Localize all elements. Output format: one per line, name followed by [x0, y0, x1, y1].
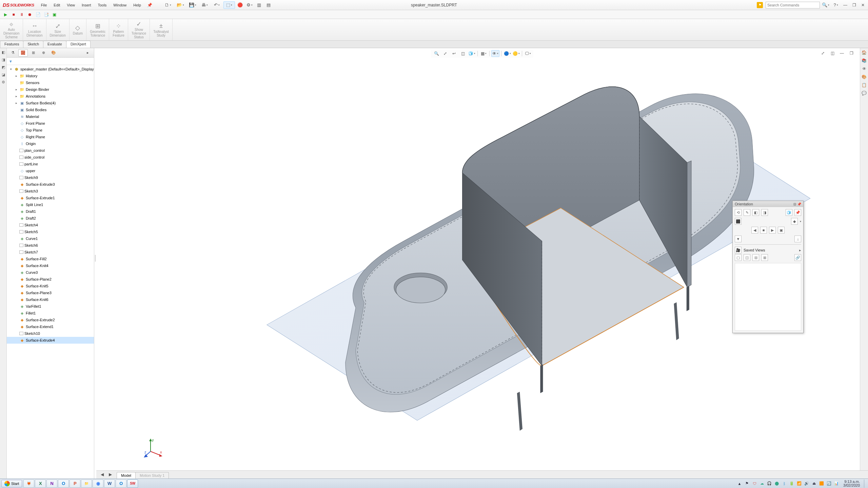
tree-node-split-line1[interactable]: ◈Split Line1: [7, 201, 94, 208]
search-scope-button[interactable]: 🔍: [821, 1, 830, 9]
tree-tab-appearance[interactable]: 🎨: [49, 49, 58, 57]
tree-node-sketch6[interactable]: Sketch6: [7, 242, 94, 249]
orientation-panel[interactable]: Orientation ⊟ 📌 ⟲ ✎ ◧ ◨ 🧊 📌 ⬛ ◆ ▾: [732, 201, 804, 333]
view-settings-button[interactable]: 🖵: [524, 50, 532, 57]
menu-view[interactable]: View: [63, 2, 78, 8]
taskbar-clock[interactable]: 9:13 a.m. 3/02/2020: [841, 480, 862, 487]
orient-top[interactable]: ⬛: [735, 218, 742, 225]
rside-home-icon[interactable]: 🏠: [861, 50, 867, 56]
tray-up-icon[interactable]: ▲: [737, 481, 742, 486]
orient-btn-4[interactable]: ◨: [761, 209, 768, 216]
macro-record-icon[interactable]: ⏺: [27, 12, 33, 17]
orient-btn-2[interactable]: ✎: [744, 209, 750, 216]
tree-node-origin[interactable]: ⟟Origin: [7, 140, 94, 147]
rebuild-button[interactable]: 🔴: [236, 1, 244, 9]
orient-btn-3[interactable]: ◧: [752, 209, 759, 216]
tree-node-surface-extrude1[interactable]: ◆Surface-Extrude1: [7, 195, 94, 201]
orient-bottom[interactable]: ▼: [735, 236, 742, 242]
tray-battery-icon[interactable]: 🔋: [789, 481, 794, 486]
tree-node-right-plane[interactable]: ◇Right Plane: [7, 134, 94, 140]
tree-node-surface-extrude3[interactable]: ◆Surface-Extrude3: [7, 181, 94, 188]
search-input[interactable]: [767, 3, 818, 7]
tree-node-surface-knit6[interactable]: ◆Surface-Knit6: [7, 296, 94, 303]
expand-icon[interactable]: ▾: [9, 67, 13, 71]
tree-node-solid-bodies[interactable]: ▣Solid Bodies: [7, 106, 94, 113]
tree-node-sensors[interactable]: 📁Sensors: [7, 79, 94, 86]
tree-tab-more[interactable]: ▸: [83, 49, 93, 57]
vtool-4[interactable]: ◪: [1, 73, 6, 78]
orient-btn-6[interactable]: 📌: [794, 209, 801, 216]
taskbar-app-firefox[interactable]: 🦊: [23, 480, 34, 488]
tree-tab-display[interactable]: ⊕: [39, 49, 48, 57]
doc-min-button[interactable]: —: [838, 50, 846, 56]
orient-left[interactable]: ◀: [751, 227, 758, 233]
rside-lib-icon[interactable]: 📚: [861, 58, 867, 64]
saved-views-expand-icon[interactable]: ▸: [799, 248, 801, 252]
doc-expand-icon[interactable]: ⤢: [819, 50, 827, 56]
tray-headset-icon[interactable]: 🎧: [767, 481, 772, 486]
taskbar-app-outlook2[interactable]: O: [116, 480, 126, 488]
doc-new-window-icon[interactable]: ◫: [829, 50, 836, 56]
menu-insert[interactable]: Insert: [78, 2, 95, 8]
tree-node-sketch7[interactable]: Sketch7: [7, 249, 94, 256]
orient-normal[interactable]: ⟂: [794, 236, 801, 242]
select-button[interactable]: ⬚: [223, 1, 235, 9]
bottom-tab-model[interactable]: Model: [117, 472, 136, 479]
tray-flag-icon[interactable]: ⚑: [744, 481, 750, 486]
taskbar-app-solidworks[interactable]: SW: [127, 480, 138, 488]
tree-node-history[interactable]: ▸📁History: [7, 73, 94, 79]
vtool-5[interactable]: ⚙: [1, 80, 6, 85]
bottom-tab-motion[interactable]: Motion Study 1: [135, 472, 169, 479]
vtool-3[interactable]: ◩: [1, 65, 6, 70]
options-button[interactable]: ⚙: [245, 1, 254, 9]
taskbar-app-outlook[interactable]: O: [58, 480, 69, 488]
ribbon-loc-dim[interactable]: ↔LocationDimension: [23, 19, 46, 40]
close-button[interactable]: ✕: [859, 2, 867, 8]
orient-iso[interactable]: ◆: [791, 218, 798, 225]
layout2-button[interactable]: ▤: [264, 1, 273, 9]
expand-icon[interactable]: ▸: [14, 88, 18, 91]
taskbar-app-powerpoint[interactable]: P: [70, 480, 80, 488]
rside-view-icon[interactable]: 👁: [861, 66, 867, 73]
taskbar-app-explorer[interactable]: 📁: [81, 480, 92, 488]
tree-root[interactable]: ▾ ⬢ speaker_master (Default<<Default>_Di…: [7, 66, 94, 73]
tree-node-fillet1[interactable]: ◈Fillet1: [7, 310, 94, 317]
saved-views-list[interactable]: [735, 263, 801, 331]
btab-next[interactable]: ▶: [106, 471, 114, 477]
macro-edit-icon[interactable]: 📄: [35, 12, 41, 17]
tree-node-sketch3[interactable]: Sketch3: [7, 188, 94, 195]
zoom-fit-button[interactable]: 🔍: [432, 50, 440, 57]
tab-features[interactable]: Features: [0, 41, 23, 48]
tree-node-surface-knit4[interactable]: ◆Surface-Knit4: [7, 262, 94, 269]
tree-node-annotations[interactable]: ▸📁Annotations: [7, 93, 94, 100]
tree-node-surface-extrude2[interactable]: ◆Surface-Extrude2: [7, 317, 94, 323]
tree-node-surface-fill2[interactable]: ◆Surface-Fill2: [7, 256, 94, 262]
vp-single[interactable]: ▢: [735, 254, 742, 261]
macro-exit-icon[interactable]: ▣: [52, 12, 57, 17]
ribbon-auto-dim[interactable]: ⟐AutoDimensionScheme: [0, 19, 23, 40]
ribbon-geo-tol[interactable]: ⊞GeometricTolerance: [86, 19, 109, 40]
layout1-button[interactable]: ▥: [255, 1, 263, 9]
tree-node-upper[interactable]: ◇upper: [7, 167, 94, 174]
tree-node-varfillet1[interactable]: ◈VarFillet1: [7, 303, 94, 310]
orient-back[interactable]: ▣: [778, 227, 785, 233]
tree-node-plan-control[interactable]: plan_control: [7, 147, 94, 154]
feature-tree[interactable]: ▾ ⬢ speaker_master (Default<<Default>_Di…: [7, 65, 94, 479]
orient-btn-1[interactable]: ⟲: [735, 209, 742, 216]
new-button[interactable]: 🗋: [162, 1, 174, 9]
tree-node-curve1[interactable]: ◈Curve1: [7, 235, 94, 242]
command-search[interactable]: [766, 2, 820, 8]
tree-node-curve3[interactable]: ◈Curve3: [7, 269, 94, 276]
macro-new-icon[interactable]: 📑: [43, 12, 49, 17]
tray-shield-icon[interactable]: 🛡: [752, 481, 757, 486]
minimize-button[interactable]: —: [842, 2, 849, 8]
tree-filter-bar[interactable]: ▼: [7, 58, 94, 65]
tree-tab-property[interactable]: ⊞: [28, 49, 38, 57]
tree-node-surface-bodies-4-[interactable]: ▸▣Surface Bodies(4): [7, 100, 94, 106]
saved-views-row[interactable]: 🎥 Saved Views ▸: [735, 246, 801, 254]
display-style-button[interactable]: ▦: [479, 50, 488, 57]
tree-node-draft1[interactable]: ◈Draft1: [7, 208, 94, 215]
section-view-button[interactable]: ◫: [459, 50, 467, 57]
view-orient-button[interactable]: 🧊: [468, 50, 476, 57]
rside-appear-icon[interactable]: 🎨: [861, 75, 867, 81]
